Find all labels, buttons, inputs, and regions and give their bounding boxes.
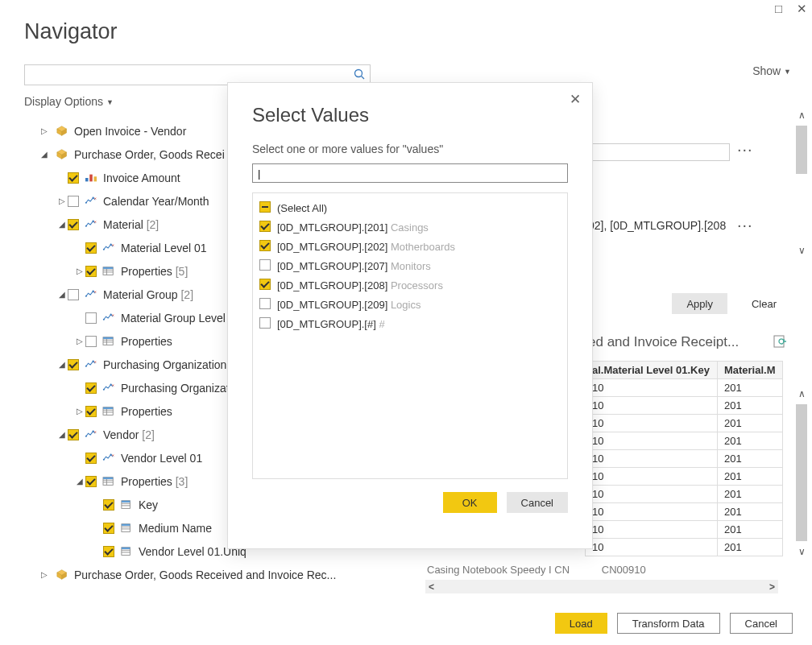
table-scrollbar-vertical[interactable]: ∧ ∨ bbox=[794, 387, 809, 564]
checkbox[interactable] bbox=[103, 523, 114, 534]
value-row[interactable]: [0D_MTLGROUP].[202] Motherboards bbox=[259, 237, 561, 256]
scroll-thumb[interactable] bbox=[796, 404, 807, 541]
apply-button[interactable]: Apply bbox=[672, 293, 727, 314]
prop-icon bbox=[102, 476, 116, 487]
value-row[interactable]: [0D_MTLGROUP].[201] Casings bbox=[259, 217, 561, 237]
checkbox[interactable] bbox=[259, 279, 271, 292]
collapse-icon[interactable]: ◢ bbox=[56, 221, 68, 229]
tree-label: Vendor Level 01 bbox=[121, 453, 202, 464]
checkbox[interactable] bbox=[68, 289, 79, 300]
table-scrollbar-horizontal[interactable]: < > bbox=[425, 580, 778, 593]
checkbox[interactable] bbox=[68, 429, 79, 440]
dialog-title: Select Values bbox=[252, 104, 568, 126]
checkbox[interactable] bbox=[85, 266, 97, 277]
value-row[interactable]: [0D_MTLGROUP].[209] Logics bbox=[259, 295, 561, 314]
checkbox[interactable] bbox=[68, 359, 79, 370]
dialog-cancel-button[interactable]: Cancel bbox=[507, 492, 568, 513]
clear-button[interactable]: Clear bbox=[737, 293, 791, 314]
checkbox[interactable] bbox=[68, 219, 79, 230]
value-label: [0D_MTLGROUP].[208] Processors bbox=[277, 279, 443, 291]
table-row[interactable]: 10201 bbox=[586, 468, 783, 486]
checkbox[interactable] bbox=[103, 499, 114, 511]
table-row[interactable]: 10201 bbox=[586, 415, 783, 432]
cancel-button[interactable]: Cancel bbox=[730, 613, 793, 634]
checkbox[interactable] bbox=[85, 453, 97, 464]
parameter-picker-1-icon[interactable]: ··· bbox=[737, 140, 753, 159]
kf-icon bbox=[84, 172, 98, 184]
checkbox[interactable] bbox=[85, 476, 97, 487]
column-header[interactable]: al.Material Level 01.Key bbox=[586, 362, 718, 379]
value-row[interactable]: [0D_MTLGROUP].[207] Monitors bbox=[259, 256, 561, 275]
checkbox[interactable] bbox=[85, 312, 97, 324]
filter-input[interactable] bbox=[252, 163, 568, 183]
expand-icon[interactable]: ▷ bbox=[39, 127, 50, 135]
expand-icon[interactable]: ▷ bbox=[56, 197, 68, 205]
parameter-picker-2-icon[interactable]: ··· bbox=[737, 216, 753, 234]
value-row[interactable]: [0D_MTLGROUP].[#] # bbox=[259, 314, 561, 333]
hier-icon bbox=[102, 382, 116, 394]
col-icon bbox=[119, 499, 134, 511]
scroll-right-icon[interactable]: > bbox=[769, 581, 775, 593]
checkbox[interactable] bbox=[68, 196, 79, 207]
tree-label: Material Group Level 0 bbox=[121, 312, 235, 324]
search-input[interactable] bbox=[30, 68, 354, 82]
checkbox[interactable] bbox=[259, 259, 271, 273]
collapse-icon[interactable]: ◢ bbox=[56, 291, 68, 299]
checkbox[interactable] bbox=[68, 172, 79, 184]
table-row[interactable]: 10201 bbox=[586, 432, 783, 450]
transform-data-button[interactable]: Transform Data bbox=[617, 613, 720, 634]
hier-icon bbox=[102, 312, 116, 324]
checkbox[interactable] bbox=[103, 546, 114, 557]
expand-icon[interactable]: ▷ bbox=[74, 267, 85, 275]
checkbox[interactable] bbox=[259, 317, 271, 331]
close-icon[interactable]: ✕ bbox=[570, 91, 581, 108]
checkbox[interactable] bbox=[259, 240, 271, 254]
scroll-down-icon[interactable]: ∨ bbox=[794, 544, 809, 559]
table-row[interactable]: 10201 bbox=[586, 486, 783, 503]
collapse-icon[interactable]: ◢ bbox=[74, 478, 85, 486]
show-dropdown[interactable]: Show ▼ bbox=[752, 64, 791, 77]
scrollbar-vertical[interactable]: ∧ ∨ bbox=[794, 108, 809, 261]
collapse-icon[interactable]: ◢ bbox=[56, 431, 68, 439]
expand-icon[interactable]: ▷ bbox=[39, 571, 50, 579]
checkbox[interactable] bbox=[259, 221, 271, 234]
tree-label: Key bbox=[139, 499, 158, 511]
collapse-icon[interactable]: ◢ bbox=[56, 361, 68, 369]
tree-label: Material [2] bbox=[103, 219, 159, 230]
close-window-icon[interactable]: ✕ bbox=[797, 2, 807, 16]
scroll-down-icon[interactable]: ∨ bbox=[794, 243, 809, 258]
load-button[interactable]: Load bbox=[555, 613, 607, 634]
collapse-icon[interactable]: ◢ bbox=[39, 151, 50, 159]
expand-icon[interactable]: ▷ bbox=[74, 337, 85, 345]
value-row[interactable]: [0D_MTLGROUP].[208] Processors bbox=[259, 275, 561, 295]
checkbox[interactable] bbox=[85, 242, 97, 254]
search-icon[interactable] bbox=[354, 68, 365, 82]
display-options-dropdown[interactable]: Display Options ▼ bbox=[24, 95, 114, 108]
tree-label: Properties bbox=[121, 406, 172, 417]
tree-node[interactable]: ▷Purchase Order, Goods Received and Invo… bbox=[24, 563, 379, 586]
table-row[interactable]: 10201 bbox=[586, 539, 783, 556]
table-row[interactable]: 10201 bbox=[586, 379, 783, 397]
ok-button[interactable]: OK bbox=[443, 492, 497, 513]
checkbox[interactable] bbox=[85, 406, 97, 417]
scroll-up-icon[interactable]: ∧ bbox=[794, 108, 809, 122]
table-row[interactable]: 10201 bbox=[586, 521, 783, 539]
maximize-icon[interactable]: □ bbox=[775, 2, 782, 16]
scroll-thumb[interactable] bbox=[796, 126, 807, 174]
table-row[interactable]: 10201 bbox=[586, 397, 783, 415]
col-icon bbox=[119, 546, 134, 557]
checkbox[interactable] bbox=[85, 382, 97, 394]
scroll-left-icon[interactable]: < bbox=[429, 581, 434, 593]
table-row[interactable]: 10201 bbox=[586, 450, 783, 468]
refresh-preview-icon[interactable] bbox=[773, 335, 788, 350]
scroll-up-icon[interactable]: ∧ bbox=[794, 387, 809, 401]
checkbox[interactable] bbox=[85, 336, 97, 347]
checkbox[interactable] bbox=[259, 201, 271, 213]
hier-icon bbox=[102, 453, 116, 464]
select-all-row[interactable]: (Select All) bbox=[259, 198, 561, 217]
column-header[interactable]: Material.M bbox=[717, 362, 782, 379]
expand-icon[interactable]: ▷ bbox=[74, 407, 85, 416]
table-row[interactable]: 10201 bbox=[586, 503, 783, 521]
checkbox[interactable] bbox=[259, 298, 271, 312]
hier-icon bbox=[84, 196, 98, 207]
